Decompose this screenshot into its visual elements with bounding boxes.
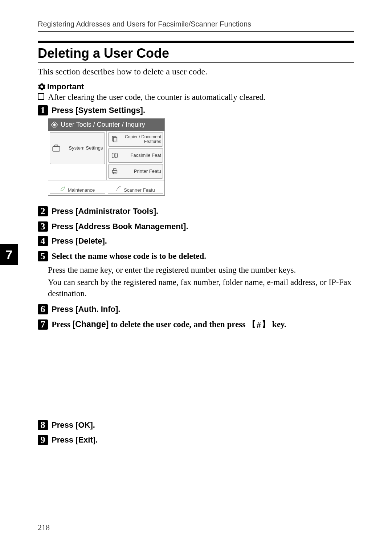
step-9-post: . — [95, 435, 98, 444]
step-8: 8 Press [OK]. — [38, 420, 354, 430]
maintenance-label: Maintenance — [68, 187, 95, 193]
step-9-button-ref: [Exit] — [75, 435, 95, 444]
important-label: Important — [47, 82, 84, 91]
svg-rect-3 — [55, 145, 58, 146]
svg-rect-1 — [53, 123, 56, 126]
step-5: 5 Select the name whose code is to be de… — [38, 251, 354, 261]
ss-titlebar: User Tools / Counter / Inquiry — [48, 119, 164, 131]
printer-features-button[interactable]: Printer Featu — [108, 164, 163, 179]
step-3-post: . — [186, 222, 188, 231]
pen-icon — [116, 186, 122, 193]
chapter-tab: 7 — [0, 244, 18, 265]
scanner-label: Scanner Featu — [124, 187, 155, 193]
step-8-button-ref: [OK] — [75, 420, 93, 429]
svg-rect-8 — [112, 170, 117, 173]
step-4: 4 Press [Delete]. — [38, 236, 354, 246]
step-6-button-ref: [Auth. Info] — [75, 305, 118, 314]
bullet-icon — [38, 93, 44, 100]
step-number-icon: 9 — [38, 435, 48, 445]
fax-label: Facsimile Feat — [122, 153, 162, 158]
step-2-post: . — [156, 207, 158, 216]
header-rule — [38, 31, 354, 32]
step-5-para-1: Press the name key, or enter the registe… — [48, 264, 354, 276]
step-7-post: key. — [270, 320, 286, 329]
step-7-pre: Press — [52, 320, 73, 329]
diamond-icon — [51, 122, 58, 128]
system-settings-label: System Settings — [63, 146, 103, 151]
step-6-post: . — [118, 305, 120, 314]
step-3: 3 Press [Address Book Management]. — [38, 221, 354, 232]
printer-label: Printer Featu — [122, 169, 162, 174]
scanner-features-button[interactable]: Scanner Featu — [108, 182, 163, 194]
svg-rect-4 — [112, 137, 116, 141]
step-number-icon: 7 — [38, 319, 48, 330]
copier-icon — [110, 135, 119, 144]
ui-screenshot: User Tools / Counter / Inquiry System Se… — [48, 118, 165, 196]
step-8-pre: Press — [52, 420, 75, 429]
svg-rect-6 — [112, 153, 114, 158]
hash-key-icon: # — [256, 321, 262, 330]
step-number-icon: 3 — [38, 221, 48, 232]
step-number-icon: 5 — [38, 251, 48, 261]
intro-text: This section describes how to delete a u… — [38, 67, 207, 77]
important-icon — [38, 83, 46, 91]
step-number-icon: 1 — [38, 105, 48, 115]
step-1: 1 Press [System Settings]. — [38, 105, 354, 115]
section-title: Deleting a User Code — [38, 46, 169, 61]
svg-rect-5 — [113, 138, 117, 142]
facsimile-features-button[interactable]: Facsimile Feat — [108, 148, 163, 163]
leaf-icon — [60, 186, 66, 193]
ss-title-text: User Tools / Counter / Inquiry — [61, 121, 145, 129]
copier-label: Copier / Document Features — [122, 135, 162, 144]
section-bar — [38, 41, 354, 43]
step-6-pre: Press — [52, 305, 75, 314]
step-3-pre: Press — [52, 222, 75, 231]
step-9-pre: Press — [52, 435, 75, 444]
step-4-pre: Press — [52, 236, 75, 245]
step-number-icon: 2 — [38, 206, 48, 216]
running-header: Registering Addresses and Users for Facs… — [38, 20, 251, 28]
fax-icon — [110, 151, 119, 160]
step-1-post: . — [143, 106, 145, 115]
step-number-icon: 8 — [38, 420, 48, 430]
hash-right-bracket: 】 — [262, 320, 270, 329]
step-1-button-ref: [System Settings] — [75, 106, 143, 115]
step-5-text: Select the name whose code is to be dele… — [52, 252, 206, 261]
svg-rect-7 — [115, 153, 117, 158]
hash-left-bracket: 【 — [248, 320, 256, 329]
step-1-pre: Press — [52, 106, 75, 115]
important-text: After clearing the user code, the counte… — [48, 93, 266, 102]
step-2-pre: Press — [52, 207, 75, 216]
copier-features-button[interactable]: Copier / Document Features — [108, 132, 163, 147]
step-number-icon: 4 — [38, 236, 48, 246]
step-2-button-ref: [Administrator Tools] — [75, 207, 156, 216]
step-5-para-2: You can search by the registered name, f… — [48, 277, 354, 299]
step-7-mid: to delete the user code, and then press — [109, 320, 247, 329]
maintenance-button[interactable]: Maintenance — [50, 182, 105, 194]
step-7: 7 Press [Change] to delete the user code… — [38, 319, 354, 330]
step-3-button-ref: [Address Book Management] — [75, 222, 186, 231]
step-4-button-ref: [Delete] — [75, 236, 105, 245]
step-4-post: . — [105, 236, 107, 245]
important-bullet: After clearing the user code, the counte… — [38, 93, 266, 102]
svg-rect-9 — [113, 169, 116, 171]
step-6: 6 Press [Auth. Info]. — [38, 304, 354, 314]
step-8-post: . — [93, 420, 95, 429]
step-9: 9 Press [Exit]. — [38, 435, 354, 445]
step-2: 2 Press [Administrator Tools]. — [38, 206, 354, 216]
svg-rect-2 — [53, 147, 60, 151]
printer-icon — [110, 167, 119, 176]
step-number-icon: 6 — [38, 304, 48, 314]
title-rule — [38, 62, 354, 63]
step-7-button-ref: [Change] — [73, 319, 109, 329]
important-heading: Important — [38, 82, 84, 91]
system-settings-button[interactable]: System Settings — [50, 132, 105, 164]
page-number: 218 — [38, 523, 50, 532]
toolbox-icon — [52, 143, 61, 153]
